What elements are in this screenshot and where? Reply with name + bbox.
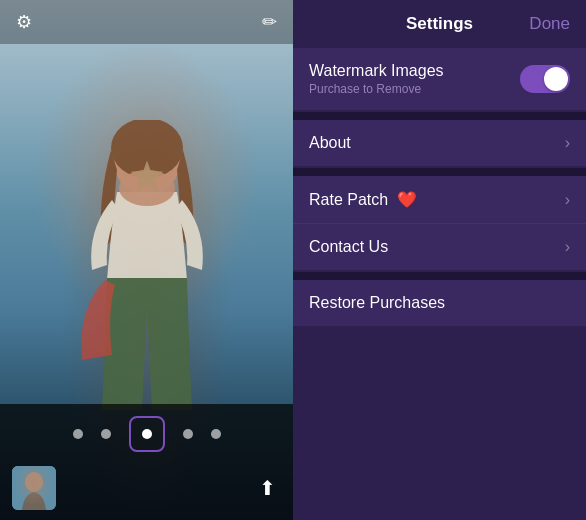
watermark-label: Watermark Images [309, 62, 444, 80]
about-row[interactable]: About › [293, 120, 586, 166]
filter-dots [0, 404, 293, 460]
svg-point-5 [25, 472, 43, 492]
restore-section: Restore Purchases [293, 280, 586, 326]
settings-content: Watermark Images Purchase to Remove Abou… [293, 48, 586, 520]
done-button[interactable]: Done [529, 14, 570, 34]
bottom-controls: ⬆ [0, 404, 293, 520]
about-chevron: › [565, 134, 570, 152]
rate-patch-emoji: ❤️ [397, 191, 417, 208]
watermark-row-right [520, 65, 570, 93]
rate-contact-section: Rate Patch ❤️ › Contact Us › [293, 176, 586, 270]
settings-title: Settings [406, 14, 473, 34]
watermark-toggle[interactable] [520, 65, 570, 93]
brush-icon[interactable]: ✏ [262, 11, 277, 33]
person-silhouette [47, 120, 247, 450]
filter-dot-4[interactable] [183, 429, 193, 439]
about-label: About [309, 134, 351, 152]
rate-patch-left: Rate Patch ❤️ [309, 190, 417, 209]
filter-dot-3-active[interactable] [129, 416, 165, 452]
contact-us-label: Contact Us [309, 238, 388, 256]
filter-dot-1[interactable] [73, 429, 83, 439]
divider-3 [293, 272, 586, 280]
watermark-row: Watermark Images Purchase to Remove [293, 48, 586, 110]
watermark-sublabel: Purchase to Remove [309, 82, 444, 96]
filter-dot-2[interactable] [101, 429, 111, 439]
rate-patch-chevron: › [565, 191, 570, 209]
contact-us-row[interactable]: Contact Us › [293, 224, 586, 270]
toggle-thumb [544, 67, 568, 91]
filter-dot-5[interactable] [211, 429, 221, 439]
settings-header: Settings Done [293, 0, 586, 48]
bottom-row: ⬆ [0, 460, 293, 520]
rate-patch-row[interactable]: Rate Patch ❤️ › [293, 176, 586, 224]
rate-patch-label: Rate Patch ❤️ [309, 190, 417, 209]
restore-label: Restore Purchases [309, 294, 445, 312]
settings-panel: Settings Done Watermark Images Purchase … [293, 0, 586, 520]
divider-2 [293, 168, 586, 176]
watermark-row-left: Watermark Images Purchase to Remove [309, 62, 444, 96]
contact-us-chevron: › [565, 238, 570, 256]
restore-row[interactable]: Restore Purchases [293, 280, 586, 326]
watermark-section: Watermark Images Purchase to Remove [293, 48, 586, 110]
gear-icon[interactable]: ⚙ [16, 11, 32, 33]
svg-rect-4 [12, 466, 56, 510]
about-section: About › [293, 120, 586, 166]
divider-1 [293, 112, 586, 120]
share-icon[interactable]: ⬆ [253, 474, 281, 502]
photo-thumbnail[interactable] [12, 466, 56, 510]
photo-editor-panel: ⚙ ✏ ⬆ [0, 0, 293, 520]
left-toolbar: ⚙ ✏ [0, 0, 293, 44]
